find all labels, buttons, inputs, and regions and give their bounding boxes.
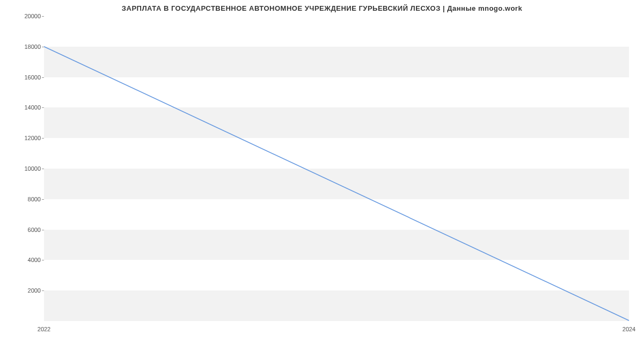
- x-tick-label: 2024: [623, 326, 635, 332]
- y-tick-mark: [42, 47, 44, 47]
- y-tick-label: 20000: [18, 13, 41, 19]
- line-series: [44, 16, 629, 321]
- chart-title: ЗАРПЛАТА В ГОСУДАРСТВЕННОЕ АВТОНОМНОЕ УЧ…: [0, 4, 644, 12]
- y-tick-label: 12000: [18, 135, 41, 141]
- y-tick-label: 4000: [18, 257, 41, 263]
- y-tick-mark: [42, 138, 44, 139]
- y-tick-mark: [42, 107, 44, 108]
- y-tick-mark: [42, 290, 44, 291]
- y-tick-mark: [42, 16, 44, 17]
- y-tick-mark: [42, 230, 44, 230]
- plot-area: 2000400060008000100001200014000160001800…: [44, 16, 629, 321]
- y-tick-mark: [42, 260, 44, 260]
- y-tick-mark: [42, 169, 44, 169]
- y-tick-label: 2000: [18, 287, 41, 294]
- y-tick-label: 10000: [18, 165, 41, 172]
- y-tick-mark: [42, 77, 44, 78]
- y-tick-label: 18000: [18, 43, 41, 50]
- x-tick-label: 2022: [38, 326, 50, 332]
- y-tick-mark: [42, 199, 44, 200]
- chart-container: ЗАРПЛАТА В ГОСУДАРСТВЕННОЕ АВТОНОМНОЕ УЧ…: [0, 0, 644, 349]
- y-tick-label: 8000: [18, 196, 41, 202]
- y-tick-label: 14000: [18, 104, 41, 111]
- y-tick-label: 6000: [18, 227, 41, 233]
- y-tick-label: 16000: [18, 74, 41, 81]
